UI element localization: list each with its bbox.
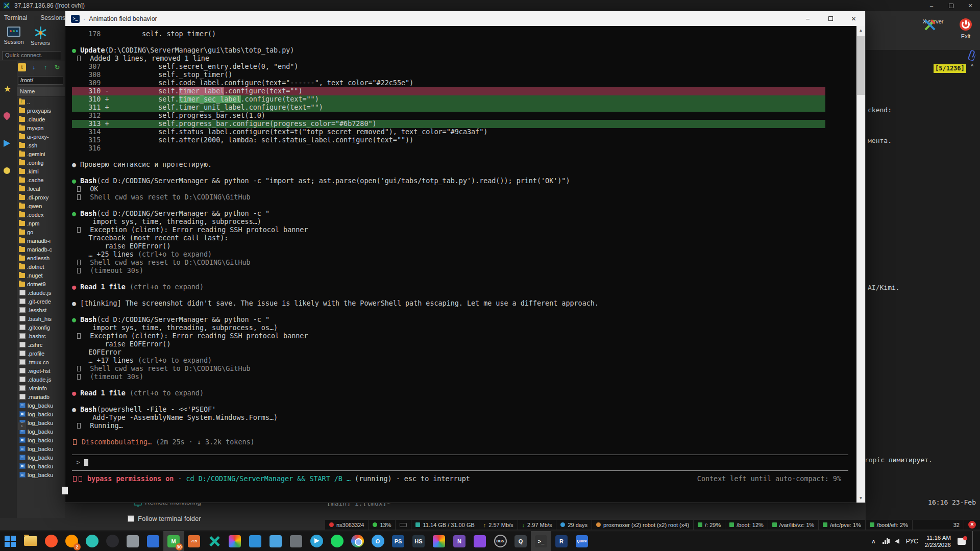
download-icon[interactable]: ↓ [30, 63, 38, 71]
file-row[interactable]: .ssh [17, 141, 65, 149]
file-row[interactable]: mariadb-c [17, 245, 65, 254]
taskbar-item-hs-app[interactable]: HS [408, 531, 429, 551]
taskbar-item-app-violet[interactable] [470, 531, 490, 551]
send-plane-icon[interactable] [4, 140, 10, 147]
stats-cell-disk[interactable]: /boot: 12% [725, 520, 768, 530]
minimize-icon[interactable]: – [796, 11, 819, 26]
stats-cell-disk[interactable]: /boot/efi: 2% [866, 520, 913, 530]
close-icon[interactable]: ✕ [961, 0, 980, 11]
notification-center-icon[interactable] [958, 538, 966, 545]
taskbar-item-store[interactable] [429, 531, 449, 551]
file-row[interactable]: myvpn [17, 123, 65, 132]
taskbar-item-spotify[interactable] [327, 531, 347, 551]
taskbar-item-telegram[interactable] [306, 531, 327, 551]
file-row[interactable]: .gitconfig [17, 323, 65, 332]
file-row[interactable]: .wget-hst [17, 366, 65, 375]
stats-cell-uptime[interactable]: 29 days [556, 520, 592, 530]
servers-button[interactable]: Servers [28, 27, 53, 46]
taskbar-item-opera[interactable]: O [368, 531, 388, 551]
file-row[interactable]: .local [17, 184, 65, 193]
file-row[interactable]: .claude.js [17, 288, 65, 297]
close-icon[interactable]: ✕ [842, 11, 865, 26]
file-row[interactable]: ai-proxy- [17, 132, 65, 141]
exit-button[interactable]: Exit [953, 18, 978, 39]
stats-cell-disk[interactable]: /: 29% [694, 520, 725, 530]
taskbar-item-edge[interactable] [82, 531, 102, 551]
file-row[interactable]: .dotnet [17, 262, 65, 271]
file-row[interactable]: .claude [17, 115, 65, 123]
taskbar-item-app-blue[interactable] [143, 531, 163, 551]
file-row[interactable]: go [17, 228, 65, 236]
maximize-icon[interactable] [941, 0, 961, 11]
path-input[interactable]: /root/ [18, 76, 63, 85]
taskbar-item-app-blue-2[interactable] [265, 531, 286, 551]
file-row[interactable]: endlessh [17, 254, 65, 262]
chevron-up-icon[interactable]: ^ [971, 63, 973, 69]
upload-icon[interactable]: ↑ [41, 63, 50, 71]
stats-cell-download[interactable]: ↓2.97 Mb/s [518, 520, 557, 530]
prompt-line[interactable]: > [72, 459, 856, 467]
file-row[interactable]: .tmux.co [17, 358, 65, 366]
file-row[interactable]: .viminfo [17, 384, 65, 392]
file-row[interactable]: .codex [17, 210, 65, 219]
file-row[interactable]: .kimi [17, 167, 65, 176]
file-row[interactable]: mariadb-i [17, 236, 65, 245]
volume-icon[interactable] [895, 539, 899, 544]
macros-pin-icon[interactable] [2, 111, 11, 120]
file-row[interactable]: .npm [17, 219, 65, 228]
file-row[interactable]: dotnet9 [17, 280, 65, 288]
scrollbar-thumb[interactable] [857, 36, 865, 95]
horizontal-scroll-left-button[interactable]: ‹ [18, 422, 26, 430]
file-row[interactable]: log_backu [17, 436, 65, 444]
file-row[interactable]: .bash_his [17, 314, 65, 323]
taskbar-item-onenote[interactable]: N [449, 531, 470, 551]
taskbar-item-firefox[interactable]: 2 [61, 531, 82, 551]
taskbar-item-xming[interactable] [204, 531, 225, 551]
file-row[interactable]: .git-crede [17, 297, 65, 306]
follow-terminal-folder-checkbox[interactable] [128, 515, 134, 522]
file-row[interactable]: .nuget [17, 271, 65, 280]
file-row[interactable]: .bashrc [17, 332, 65, 340]
file-row[interactable]: .cache [17, 176, 65, 184]
stats-cell-server[interactable]: ns3063324 [325, 520, 369, 530]
taskbar-item-r-app[interactable]: R [551, 531, 572, 551]
taskbar-item-file-explorer[interactable] [20, 531, 41, 551]
file-row[interactable]: log_backu [17, 444, 65, 453]
file-row[interactable]: .mariadb [17, 392, 65, 401]
stats-cell-memory[interactable]: 11.14 GB / 31.00 GB [411, 520, 479, 530]
taskbar-item-brave[interactable] [41, 531, 61, 551]
scroll-up-arrow-icon[interactable]: ▲ [856, 26, 865, 35]
taskbar-item-app-gray-2[interactable] [286, 531, 306, 551]
favorites-star-icon[interactable]: ★ [4, 84, 11, 94]
file-row[interactable]: .gemini [17, 149, 65, 158]
taskbar-item-obs[interactable]: OBS [490, 531, 510, 551]
x-server-button[interactable]: X server [917, 18, 949, 24]
scroll-down-arrow-icon[interactable]: ▼ [856, 494, 865, 503]
terminal-scrollbar[interactable]: ▲ ▼ [856, 26, 865, 503]
stats-cell-disk[interactable]: /etc/pve: 1% [819, 520, 866, 530]
file-row[interactable]: log_backu [17, 410, 65, 418]
files-column-header[interactable]: Name [17, 87, 65, 97]
file-row[interactable]: .config [17, 158, 65, 167]
taskbar-item-mobaxterm[interactable]: M30 [163, 531, 184, 551]
stats-cell-battery[interactable] [396, 520, 411, 530]
session-button[interactable]: Session [2, 27, 26, 45]
file-row[interactable]: .profile [17, 349, 65, 358]
taskbar-item-vscode[interactable] [245, 531, 265, 551]
stats-cell-users[interactable]: proxmoxer (x2) robot (x2) root (x4) [592, 520, 694, 530]
file-row[interactable]: .lesshst [17, 306, 65, 314]
tray-chevron-up-icon[interactable]: ∧ [871, 538, 876, 545]
language-indicator[interactable]: РУС [906, 538, 918, 545]
file-row[interactable]: .di-proxy [17, 193, 65, 202]
show-desktop-button[interactable] [972, 531, 975, 551]
file-row[interactable]: log_backu [17, 470, 65, 479]
status-dot-icon[interactable] [4, 167, 10, 174]
file-row[interactable]: .zshrc [17, 340, 65, 349]
taskbar-item-photos[interactable] [225, 531, 245, 551]
stats-cell-upload[interactable]: ↑2.57 Mb/s [479, 520, 518, 530]
menu-item-terminal[interactable]: Terminal [4, 14, 27, 21]
tray-clock[interactable]: 11:16 AM 2/23/2026 [925, 534, 951, 548]
file-row[interactable]: .claude.js [17, 375, 65, 384]
quick-connect-input[interactable]: Quick connect. [2, 51, 61, 60]
maximize-icon[interactable] [819, 11, 842, 26]
